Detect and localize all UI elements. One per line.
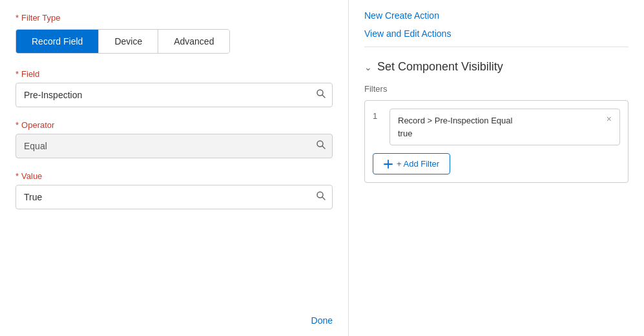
operator-section: * Operator bbox=[16, 120, 333, 158]
section-title: Set Component Visibility bbox=[377, 60, 503, 74]
filter-row: 1 Record > Pre-Inspection Equal true × bbox=[373, 109, 620, 145]
filter-type-section: * Filter Type Record Field Device Advanc… bbox=[16, 13, 333, 54]
svg-line-5 bbox=[322, 197, 325, 200]
field-search-icon[interactable] bbox=[316, 89, 326, 101]
required-star: * bbox=[16, 13, 19, 23]
filter-number: 1 bbox=[373, 111, 383, 121]
filter-tag-text: Record > Pre-Inspection Equal true bbox=[398, 114, 601, 140]
filter-type-toggle-group: Record Field Device Advanced bbox=[16, 29, 230, 54]
filter-tag-line1: Record > Pre-Inspection Equal bbox=[398, 116, 512, 125]
filter-tag-line2: true bbox=[398, 129, 412, 138]
right-panel: New Create Action View and Edit Actions … bbox=[349, 0, 644, 336]
add-filter-label: + Add Filter bbox=[397, 159, 439, 169]
field-label: * Field bbox=[16, 69, 333, 79]
filter-close-button[interactable]: × bbox=[607, 114, 612, 123]
filter-type-label: * Filter Type bbox=[16, 13, 333, 23]
field-input[interactable] bbox=[16, 83, 333, 107]
divider bbox=[364, 47, 628, 47]
field-input-wrapper bbox=[16, 83, 333, 107]
filter-type-text: Filter Type bbox=[21, 13, 60, 23]
filters-label: Filters bbox=[364, 84, 628, 94]
svg-line-3 bbox=[322, 146, 325, 149]
set-component-visibility-header: ⌄ Set Component Visibility bbox=[364, 60, 628, 74]
add-filter-icon bbox=[384, 160, 393, 169]
value-search-icon[interactable] bbox=[316, 191, 326, 204]
operator-label: * Operator bbox=[16, 120, 333, 130]
operator-search-icon[interactable] bbox=[316, 140, 326, 152]
filters-box: 1 Record > Pre-Inspection Equal true × +… bbox=[364, 100, 628, 183]
toggle-advanced[interactable]: Advanced bbox=[158, 30, 229, 53]
svg-line-1 bbox=[322, 95, 325, 98]
filter-tag: Record > Pre-Inspection Equal true × bbox=[390, 109, 620, 145]
toggle-device[interactable]: Device bbox=[99, 30, 158, 53]
operator-input[interactable] bbox=[16, 134, 333, 158]
new-create-action-link[interactable]: New Create Action bbox=[364, 10, 628, 21]
chevron-down-icon: ⌄ bbox=[364, 62, 372, 72]
operator-input-wrapper bbox=[16, 134, 333, 158]
value-input[interactable] bbox=[16, 185, 333, 209]
toggle-record-field[interactable]: Record Field bbox=[16, 30, 99, 53]
field-section: * Field bbox=[16, 69, 333, 107]
done-button[interactable]: Done bbox=[311, 315, 333, 326]
add-filter-button[interactable]: + Add Filter bbox=[373, 153, 450, 174]
view-edit-actions-link[interactable]: View and Edit Actions bbox=[364, 28, 628, 39]
value-input-wrapper bbox=[16, 185, 333, 209]
left-panel: * Filter Type Record Field Device Advanc… bbox=[0, 0, 349, 336]
value-section: * Value bbox=[16, 171, 333, 209]
value-label: * Value bbox=[16, 171, 333, 181]
